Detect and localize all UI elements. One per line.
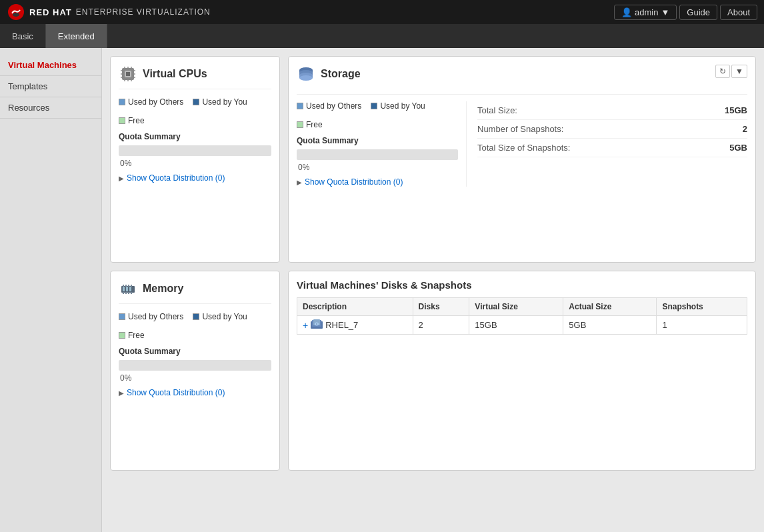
cpu-legend: Used by Others Used by You Free	[119, 97, 271, 125]
total-size-label: Total Size:	[477, 105, 517, 115]
admin-label: admin	[635, 7, 658, 17]
cpu-show-quota-text: Show Quota Distribution (0)	[127, 173, 225, 183]
cpu-quota-percent: 0%	[119, 159, 271, 168]
col-header-virtual-size: Virtual Size	[469, 298, 563, 316]
memory-panel-title: Memory	[143, 283, 183, 295]
svg-rect-30	[125, 292, 127, 294]
storage-total-size-row: Total Size: 15GB	[477, 101, 747, 120]
col-header-disks: Disks	[413, 298, 469, 316]
memory-show-quota-link[interactable]: ▶ Show Quota Distribution (0)	[119, 388, 271, 397]
svg-point-1	[13, 13, 19, 17]
brand-name: RED HAT	[29, 7, 72, 17]
storage-quota-label: Quota Summary	[297, 136, 458, 145]
storage-used-others-box	[297, 103, 303, 109]
refresh-button[interactable]: ↻	[715, 65, 730, 78]
cpu-quota-label: Quota Summary	[119, 132, 271, 141]
storage-num-snapshots-row: Number of Snapshots: 2	[477, 120, 747, 139]
total-snapshots-size-label: Total Size of Snapshots:	[477, 143, 570, 153]
memory-panel: Memory Used by Others Used by You Free	[110, 271, 280, 471]
about-button[interactable]: About	[720, 5, 757, 20]
cpu-legend-used-you: Used by You	[193, 97, 247, 107]
cpu-show-quota-link[interactable]: ▶ Show Quota Distribution (0)	[119, 173, 271, 183]
used-you-color-box	[193, 99, 199, 105]
svg-rect-27	[128, 285, 129, 287]
admin-button[interactable]: 👤 admin ▼	[614, 5, 677, 20]
guide-button[interactable]: Guide	[679, 5, 717, 20]
storage-legend: Used by Others Used by You Free	[297, 101, 458, 129]
disks-section-title: Virtual Machines' Disks & Snapshots	[297, 279, 747, 291]
sidebar-item-resources[interactable]: Resources	[0, 97, 101, 119]
free-color-box	[119, 117, 125, 124]
storage-quota-bar	[297, 149, 458, 160]
memory-legend-used-others: Used by Others	[119, 312, 183, 321]
sub-navbar: Basic Extended	[0, 24, 764, 48]
tab-basic[interactable]: Basic	[0, 24, 46, 48]
cpu-play-icon: ▶	[119, 175, 124, 182]
brand-subtitle: ENTERPRISE VIRTUALIZATION	[76, 7, 211, 17]
used-others-color-box	[119, 99, 125, 105]
memory-used-others-label: Used by Others	[128, 312, 183, 321]
svg-rect-33	[123, 287, 125, 291]
dropdown-arrow-icon: ▼	[661, 7, 669, 17]
disks-panel: Virtual Machines' Disks & Snapshots Desc…	[288, 271, 756, 471]
cpu-panel-title: Virtual CPUs	[143, 68, 207, 80]
svg-rect-28	[131, 285, 132, 287]
main-container: Virtual Machines Templates Resources	[0, 48, 764, 532]
memory-panel-header: Memory	[119, 279, 271, 304]
cpu-used-you-label: Used by You	[202, 97, 247, 107]
brand: RED HAT ENTERPRISE VIRTUALIZATION	[7, 3, 211, 21]
memory-legend: Used by Others Used by You Free	[119, 312, 271, 340]
storage-right: Total Size: 15GB Number of Snapshots: 2 …	[467, 101, 747, 187]
disks-table: Description Disks Virtual Size Actual Si…	[297, 297, 747, 335]
row-description-cell: +	[297, 316, 413, 335]
cpu-free-label: Free	[128, 116, 145, 125]
svg-point-40	[316, 323, 317, 325]
svg-rect-25	[123, 285, 124, 287]
memory-quota-percent: 0%	[119, 373, 271, 383]
sidebar-item-virtual-machines[interactable]: Virtual Machines	[0, 55, 101, 76]
col-header-actual-size: Actual Size	[563, 298, 657, 316]
memory-show-quota-text: Show Quota Distribution (0)	[127, 388, 225, 397]
col-header-description: Description	[297, 298, 413, 316]
num-snapshots-value: 2	[743, 124, 747, 134]
memory-used-you-box	[193, 313, 199, 320]
storage-panel-header-row: Storage ↻ ▼	[297, 65, 747, 89]
cpu-panel: Virtual CPUs Used by Others Used by You …	[110, 56, 280, 263]
storage-used-you-label: Used by You	[380, 101, 425, 111]
cpu-quota-bar	[119, 145, 271, 156]
storage-legend-free: Free	[297, 120, 323, 129]
content-area: Virtual CPUs Used by Others Used by You …	[102, 48, 764, 532]
refresh-dropdown-button[interactable]: ▼	[731, 65, 747, 78]
total-size-value: 15GB	[725, 105, 747, 115]
svg-rect-26	[125, 285, 127, 287]
storage-legend-used-others: Used by Others	[297, 101, 361, 111]
tab-extended[interactable]: Extended	[46, 24, 107, 48]
memory-free-box	[119, 332, 125, 339]
storage-used-you-box	[371, 103, 377, 109]
storage-quota-percent: 0%	[297, 163, 458, 172]
bottom-row: Memory Used by Others Used by You Free	[110, 271, 756, 471]
cpu-legend-free: Free	[119, 116, 145, 125]
storage-panel: Storage ↻ ▼ Used by Others	[288, 56, 756, 263]
storage-free-box	[297, 121, 303, 128]
cpu-used-others-label: Used by Others	[128, 97, 183, 107]
row-actual-size: 5GB	[563, 316, 657, 335]
storage-left: Used by Others Used by You Free	[297, 101, 467, 187]
cpu-panel-header: Virtual CPUs	[119, 65, 271, 89]
user-icon: 👤	[621, 7, 632, 17]
total-snapshots-size-value: 5GB	[729, 143, 747, 153]
svg-rect-31	[128, 292, 129, 294]
table-row: +	[297, 316, 747, 335]
svg-rect-34	[126, 287, 128, 291]
refresh-controls: ↻ ▼	[715, 65, 747, 78]
sidebar-item-templates[interactable]: Templates	[0, 76, 101, 97]
row-description: RHEL_7	[325, 320, 358, 330]
col-header-snapshots: Snapshots	[657, 298, 747, 316]
storage-icon	[297, 65, 315, 83]
storage-show-quota-link[interactable]: ▶ Show Quota Distribution (0)	[297, 177, 458, 187]
svg-point-23	[299, 75, 313, 81]
row-snapshots: 1	[657, 316, 747, 335]
expand-row-icon[interactable]: +	[303, 320, 308, 331]
memory-legend-free: Free	[119, 331, 145, 340]
storage-panel-header: Storage	[297, 65, 361, 89]
